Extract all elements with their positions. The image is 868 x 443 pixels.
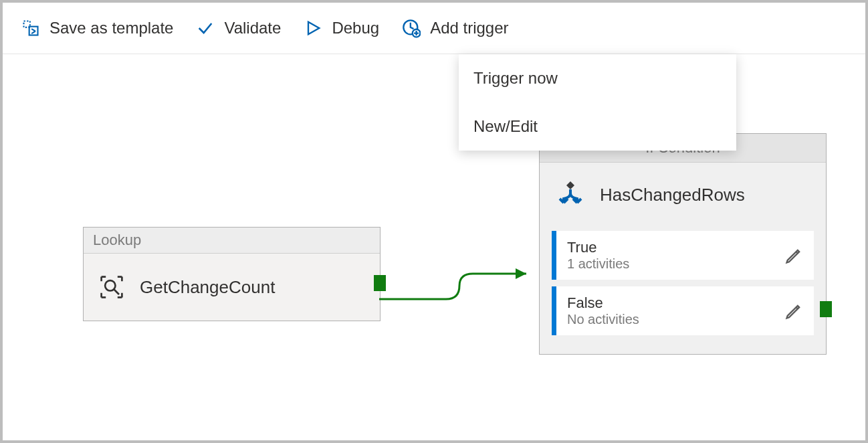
activity-type-label: Lookup (84, 228, 380, 254)
output-port[interactable] (374, 275, 386, 291)
branch-activity-count: No activities (567, 312, 639, 327)
activity-name: GetChangeCount (140, 277, 275, 298)
branch-label: False (567, 294, 639, 312)
activity-body: GetChangeCount (84, 254, 380, 321)
branch-activity-count: 1 activities (567, 256, 629, 272)
template-icon (21, 19, 40, 37)
play-icon (304, 19, 322, 37)
debug-label: Debug (332, 19, 379, 37)
activity-node-if-condition[interactable]: If Condition HasChangedRows True 1 activ… (539, 133, 827, 355)
lookup-icon (97, 272, 126, 302)
svg-point-4 (105, 280, 115, 290)
branch-label: True (567, 239, 629, 256)
save-as-template-button[interactable]: Save as template (21, 19, 173, 37)
add-trigger-button[interactable]: Add trigger (402, 19, 508, 37)
if-false-branch[interactable]: False No activities (552, 286, 814, 335)
add-trigger-label: Add trigger (430, 19, 508, 37)
activity-node-lookup[interactable]: Lookup GetChangeCount (83, 227, 381, 321)
toolbar: Save as template Validate Debug Add trig… (3, 3, 865, 54)
if-condition-icon (554, 179, 586, 211)
pencil-icon[interactable] (784, 246, 803, 265)
save-as-template-label: Save as template (49, 19, 173, 37)
activity-title-row: HasChangedRows (540, 163, 826, 224)
activity-name: HasChangedRows (600, 185, 745, 205)
checkmark-icon (196, 19, 215, 37)
trigger-now-menu-item[interactable]: Trigger now (459, 54, 736, 102)
new-edit-menu-item[interactable]: New/Edit (459, 102, 736, 151)
branch-text: False No activities (567, 294, 639, 327)
branch-text: True 1 activities (567, 239, 629, 272)
output-port[interactable] (820, 301, 832, 317)
trigger-clock-icon (402, 19, 421, 37)
pencil-icon[interactable] (784, 302, 803, 321)
validate-label: Validate (224, 19, 281, 37)
validate-button[interactable]: Validate (196, 19, 281, 37)
debug-button[interactable]: Debug (304, 19, 379, 37)
if-true-branch[interactable]: True 1 activities (552, 231, 814, 280)
trigger-dropdown-menu: Trigger now New/Edit (459, 54, 736, 151)
success-connector (379, 268, 540, 308)
